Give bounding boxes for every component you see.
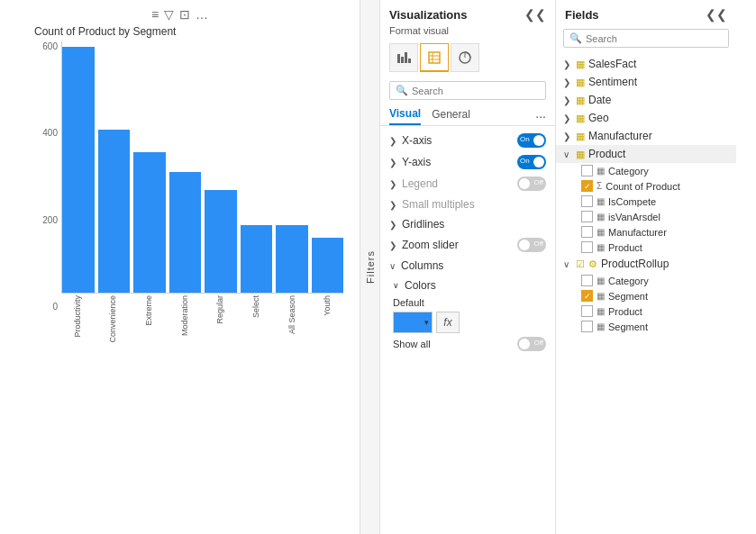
viz-icon-bar-chart[interactable] <box>389 43 418 72</box>
colors-chevron-icon: ∨ <box>393 281 399 290</box>
viz-section-legend[interactable]: ❯ Legend Off <box>380 173 555 195</box>
bar-wrapper-moderation[interactable] <box>169 41 202 293</box>
x-label-extreme: Extreme <box>144 295 153 326</box>
hamburger-icon[interactable]: ≡ <box>151 7 159 22</box>
fields-search-input[interactable] <box>586 33 723 44</box>
zoom-slider-toggle[interactable]: Off <box>517 238 546 252</box>
field-group-manufacturer-top-header[interactable]: ❯ ▦ Manufacturer <box>556 127 736 145</box>
show-all-row: Show all Off <box>393 337 546 351</box>
field-icon-product-2: ▦ <box>597 306 605 316</box>
viz-expand-icon[interactable]: ❮❮ <box>524 7 546 22</box>
bar-wrapper-select[interactable] <box>241 41 273 293</box>
bar-moderation[interactable] <box>169 172 202 293</box>
small-multiples-arrow-icon: ❯ <box>389 200 396 210</box>
field-item-segment-1[interactable]: ▦ Segment <box>556 288 736 303</box>
fields-expand-icon[interactable]: ❮❮ <box>706 7 727 22</box>
field-group-salesfact-header[interactable]: ❯ ▦ SalesFact <box>556 55 736 73</box>
field-checkbox-segment-2[interactable] <box>581 321 593 332</box>
field-item-iscompete[interactable]: ▦ IsCompete <box>556 194 736 209</box>
product-name: Product <box>588 148 729 160</box>
bar-wrapper-regular[interactable] <box>205 41 237 293</box>
more-icon[interactable]: … <box>196 7 208 22</box>
field-item-category-2[interactable]: ▦ Category <box>556 273 736 288</box>
field-item-isvanarsdel[interactable]: ▦ isVanArsdel <box>556 209 736 224</box>
viz-search-input[interactable] <box>412 86 540 96</box>
viz-section-small-multiples[interactable]: ❯ Small multiples <box>380 195 555 214</box>
field-name-product-1: Product <box>608 242 729 253</box>
bar-youth[interactable] <box>312 238 344 293</box>
viz-section-zoom-slider[interactable]: ❯ Zoom slider Off <box>380 234 555 256</box>
bar-regular[interactable] <box>205 190 237 293</box>
bar-wrapper-youth[interactable] <box>312 41 344 293</box>
field-checkbox-isvanarsdel[interactable] <box>581 211 593 222</box>
viz-section-xaxis[interactable]: ❯ X-axis On <box>380 130 555 151</box>
field-group-geo[interactable]: ❯ ▦ Geo <box>556 109 736 127</box>
field-group-date-header[interactable]: ❯ ▦ Date <box>556 91 736 109</box>
field-group-productrollup-header[interactable]: ∨ ☑ ⚙ ProductRollup <box>556 255 736 273</box>
field-name-segment-2: Segment <box>608 321 729 332</box>
focus-icon[interactable]: ⊡ <box>179 7 190 22</box>
field-group-geo-header[interactable]: ❯ ▦ Geo <box>556 109 736 127</box>
bar-wrapper-allseason[interactable] <box>276 41 308 293</box>
legend-toggle[interactable]: Off <box>517 176 546 191</box>
x-label-convenience: Convenience <box>108 295 117 343</box>
fx-button[interactable]: fx <box>436 312 460 333</box>
field-checkbox-category-1[interactable] <box>581 165 593 176</box>
field-group-product-header[interactable]: ∨ ▦ Product <box>556 145 736 163</box>
columns-label: Columns <box>401 259 443 272</box>
bar-select[interactable] <box>241 225 273 293</box>
filters-strip[interactable]: Filters <box>360 0 380 534</box>
colors-header[interactable]: ∨ Colors <box>393 279 546 292</box>
tab-general[interactable]: General <box>432 108 470 124</box>
viz-search-box[interactable]: 🔍 <box>389 81 546 100</box>
field-group-sentiment-header[interactable]: ❯ ▦ Sentiment <box>556 73 736 91</box>
field-checkbox-category-2[interactable] <box>581 275 593 286</box>
bar-productivity[interactable] <box>62 47 95 293</box>
viz-section-yaxis[interactable]: ❯ Y-axis On <box>380 151 555 173</box>
field-icon-manufacturer-1: ▦ <box>597 227 605 237</box>
field-checkbox-iscompete[interactable] <box>581 195 593 207</box>
color-swatch[interactable]: ▾ <box>393 312 433 333</box>
field-checkbox-manufacturer-1[interactable] <box>581 226 593 238</box>
tab-visual[interactable]: Visual <box>389 107 421 125</box>
bar-wrapper-convenience[interactable] <box>98 41 131 293</box>
field-checkbox-count-of-product[interactable] <box>581 180 593 192</box>
field-item-product-2[interactable]: ▦ Product <box>556 303 736 319</box>
field-checkbox-product-1[interactable] <box>581 241 593 253</box>
field-item-category-1[interactable]: ▦ Category <box>556 163 736 178</box>
fields-header: Fields ❮❮ <box>556 0 736 27</box>
viz-more-icon[interactable]: ··· <box>535 109 546 123</box>
field-checkbox-product-2[interactable] <box>581 305 593 317</box>
field-item-segment-2[interactable]: ▦ Segment <box>556 319 736 334</box>
field-group-salesfact[interactable]: ❯ ▦ SalesFact <box>556 55 736 73</box>
field-name-category-1: Category <box>608 166 729 176</box>
bar-convenience[interactable] <box>98 130 131 293</box>
colors-label: Colors <box>405 279 436 292</box>
filter-icon[interactable]: ▽ <box>164 7 174 22</box>
fields-search-box[interactable]: 🔍 <box>563 29 729 48</box>
viz-section-gridlines[interactable]: ❯ Gridlines <box>380 214 555 234</box>
viz-icon-analytics[interactable] <box>451 43 479 72</box>
small-multiples-label: Small multiples <box>402 198 475 211</box>
field-item-manufacturer-1[interactable]: ▦ Manufacturer <box>556 224 736 240</box>
bar-wrapper-productivity[interactable] <box>62 41 95 293</box>
xaxis-toggle[interactable]: On <box>517 133 546 148</box>
yaxis-toggle[interactable]: On <box>517 155 546 169</box>
bar-extreme[interactable] <box>133 152 166 293</box>
field-group-date[interactable]: ❯ ▦ Date <box>556 91 736 109</box>
bar-wrapper-extreme[interactable] <box>133 41 166 293</box>
viz-icon-format-active[interactable] <box>420 43 449 72</box>
viz-section-columns[interactable]: ∨ Columns <box>380 256 555 276</box>
field-group-product[interactable]: ∨ ▦ Product ▦ Category Σ Count of Produc… <box>556 145 736 255</box>
zoom-slider-label: Zoom slider <box>402 239 459 251</box>
show-all-toggle[interactable]: Off <box>517 337 546 351</box>
field-group-productrollup[interactable]: ∨ ☑ ⚙ ProductRollup ▦ Category ▦ Segment… <box>556 255 736 334</box>
show-all-label: Show all <box>393 339 431 349</box>
bar-allseason[interactable] <box>276 225 308 293</box>
field-item-product-1[interactable]: ▦ Product <box>556 240 736 255</box>
field-group-sentiment[interactable]: ❯ ▦ Sentiment <box>556 73 736 91</box>
field-checkbox-segment-1[interactable] <box>581 290 593 302</box>
field-name-iscompete: IsCompete <box>608 196 729 207</box>
field-item-count-of-product[interactable]: Σ Count of Product <box>556 178 736 194</box>
field-group-manufacturer-top[interactable]: ❯ ▦ Manufacturer <box>556 127 736 145</box>
